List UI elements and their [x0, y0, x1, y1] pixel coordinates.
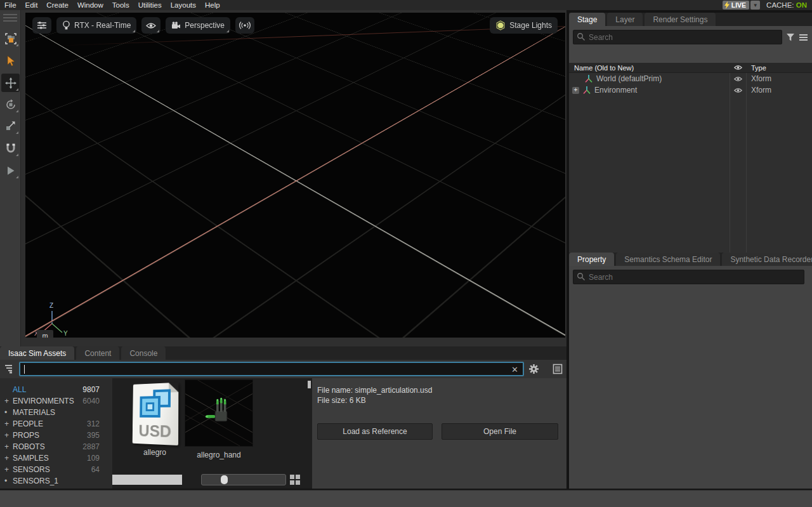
app-window: File Edit Create Window Tools Utilities … — [0, 0, 812, 507]
text-caret — [24, 365, 25, 374]
stage-lights-button[interactable]: Stage Lights — [490, 17, 558, 34]
menu-window[interactable]: Window — [73, 1, 108, 9]
tab-isaac-sim-assets[interactable]: Isaac Sim Assets — [0, 346, 74, 360]
xform-icon — [582, 86, 591, 95]
visibility-eye-icon[interactable] — [734, 76, 742, 82]
ground-grid — [25, 13, 565, 181]
menu-layouts[interactable]: Layouts — [166, 1, 200, 9]
stage-tree-header: Name (Old to New) Type — [569, 63, 812, 73]
lightning-bolt-icon — [724, 1, 730, 9]
usd-file-icon: USD — [133, 383, 179, 445]
tab-content[interactable]: Content — [76, 346, 119, 360]
menu-tools[interactable]: Tools — [108, 1, 134, 9]
tab-console[interactable]: Console — [121, 346, 166, 360]
column-visibility-header[interactable] — [730, 65, 746, 70]
category-materials[interactable]: •MATERIALS — [0, 407, 112, 418]
category-samples[interactable]: +SAMPLES109 — [0, 452, 112, 464]
toolbar-grip[interactable] — [3, 14, 17, 23]
status-bar — [0, 490, 812, 507]
select-tool-button[interactable] — [1, 52, 20, 70]
grid-view-icon[interactable] — [290, 475, 300, 485]
menu-bar: File Edit Create Window Tools Utilities … — [0, 0, 812, 10]
category-robots[interactable]: +ROBOTS2887 — [0, 441, 112, 452]
menu-edit[interactable]: Edit — [21, 1, 43, 9]
camera-selector[interactable]: Perspective — [166, 17, 230, 34]
broadcast-icon — [239, 21, 251, 30]
property-search-input[interactable] — [573, 270, 804, 284]
category-props[interactable]: +PROPS395 — [0, 430, 112, 441]
menu-utilities[interactable]: Utilities — [134, 1, 166, 9]
category-environments[interactable]: +ENVIRONMENTS6040 — [0, 395, 112, 407]
viewport-area: RTX - Real-Time Perspective — [21, 10, 566, 346]
gear-icon[interactable] — [528, 364, 539, 374]
expand-button[interactable]: + — [572, 87, 579, 94]
move-icon — [5, 77, 16, 89]
xform-icon — [584, 74, 593, 83]
rotate-tool-button[interactable] — [1, 95, 20, 114]
viewport-visibility-button[interactable] — [141, 17, 160, 34]
units-indicator[interactable]: m — [37, 330, 53, 338]
stage-lights-label: Stage Lights — [509, 21, 552, 30]
menu-help[interactable]: Help — [200, 1, 225, 9]
options-menu-icon[interactable] — [799, 34, 808, 41]
tab-layer[interactable]: Layer — [607, 13, 643, 26]
grid-vertical-scrollbar[interactable] — [308, 381, 311, 388]
selection-mode-button[interactable] — [1, 29, 20, 48]
axis-z-label: Z — [49, 302, 53, 309]
search-icon — [577, 272, 586, 281]
prim-type: Xform — [746, 74, 812, 83]
load-as-reference-button[interactable]: Load as Reference — [317, 423, 433, 440]
broadcast-button[interactable] — [235, 17, 254, 34]
eye-icon — [146, 22, 156, 29]
play-button[interactable] — [1, 161, 20, 180]
cache-on-value: ON — [796, 1, 807, 9]
menu-create[interactable]: Create — [42, 1, 73, 9]
visibility-eye-icon[interactable] — [734, 88, 742, 93]
live-sync-button[interactable]: LIVE — [723, 1, 749, 10]
column-name-header[interactable]: Name (Old to New) — [569, 64, 730, 72]
allegro-hand-thumbnail — [185, 379, 253, 447]
grid-horizontal-scrollbar[interactable] — [112, 475, 182, 485]
live-dropdown-button[interactable]: ▼ — [750, 1, 760, 10]
column-type-header[interactable]: Type — [746, 64, 812, 72]
category-people[interactable]: +PEOPLE312 — [0, 418, 112, 430]
thumbnail-size-slider[interactable] — [201, 474, 286, 485]
clear-search-icon[interactable]: ✕ — [511, 365, 518, 374]
scale-icon — [5, 121, 16, 131]
assets-search-input[interactable]: ✕ — [19, 362, 524, 376]
cache-status: CACHE: ON — [766, 1, 807, 9]
category-all[interactable]: ALL9807 — [0, 384, 112, 395]
tab-property[interactable]: Property — [569, 253, 614, 266]
tab-render-settings[interactable]: Render Settings — [645, 13, 716, 26]
menu-file[interactable]: File — [0, 1, 21, 9]
search-icon — [577, 32, 586, 41]
asset-tile-allegro-hand[interactable]: allegro_hand — [184, 379, 254, 459]
tab-semantics-schema-editor[interactable]: Semantics Schema Editor — [616, 253, 720, 266]
tree-row-environment[interactable]: + Environment Xfor — [569, 84, 812, 96]
viewport-settings-button[interactable] — [32, 17, 51, 34]
stage-light-icon — [495, 20, 506, 30]
camera-label: Perspective — [185, 21, 225, 30]
tab-stage[interactable]: Stage — [569, 13, 605, 26]
category-sensors[interactable]: +SENSORS64 — [0, 464, 112, 475]
snap-tool-button[interactable] — [1, 139, 20, 157]
grid-footer — [112, 474, 312, 485]
eye-icon — [734, 65, 742, 70]
tab-synthetic-data-recorder[interactable]: Synthetic Data Recorder — [722, 253, 812, 266]
tree-row-world[interactable]: World (defaultPrim) Xform — [569, 73, 812, 84]
details-view-icon[interactable] — [553, 364, 563, 374]
filter-list-icon[interactable] — [4, 364, 15, 374]
asset-tile-allegro[interactable]: USD allegro — [120, 381, 190, 457]
renderer-label: RTX - Real-Time — [74, 21, 131, 30]
renderer-selector[interactable]: RTX - Real-Time — [56, 17, 136, 34]
filter-icon[interactable] — [786, 33, 795, 42]
move-tool-button[interactable] — [1, 74, 20, 92]
category-sensors-1[interactable]: •SENSORS_1 — [0, 475, 112, 487]
stage-search-input[interactable] — [573, 30, 782, 44]
scale-tool-button[interactable] — [1, 117, 20, 135]
asset-categories: ALL9807 +ENVIRONMENTS6040 •MATERIALS +PE… — [0, 378, 112, 489]
slider-handle[interactable] — [221, 475, 228, 484]
open-file-button[interactable]: Open File — [442, 423, 558, 440]
viewport-3d[interactable]: RTX - Real-Time Perspective — [25, 13, 565, 338]
axis-y-label: Y — [63, 330, 68, 337]
